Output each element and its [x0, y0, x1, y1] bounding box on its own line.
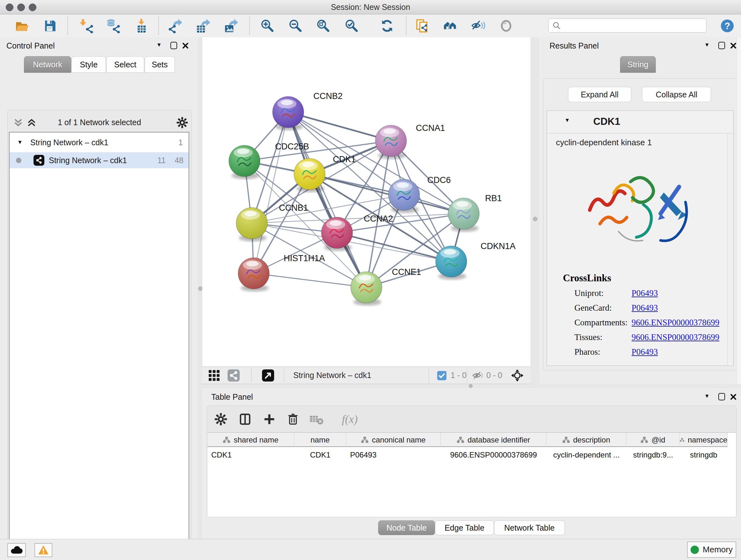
network-node-CDKN1A[interactable]	[435, 246, 467, 277]
network-edge[interactable]	[245, 141, 391, 161]
zoom-fit-button[interactable]	[315, 17, 332, 35]
network-node-CCNA2[interactable]	[321, 217, 353, 248]
fit-content-crosshair-icon[interactable]	[511, 369, 524, 383]
table-cell[interactable]: stringdb	[680, 448, 728, 462]
tab-style[interactable]: Style	[71, 56, 106, 73]
crosslink-row: Uniprot: P06493	[575, 288, 728, 298]
crosslink-link[interactable]: 9606.ENSP00000378699	[631, 318, 719, 327]
column-header-name[interactable]: name	[294, 433, 346, 447]
table-panel-close-icon[interactable]	[730, 393, 737, 401]
crosslink-link[interactable]: 9606.ENSP00000378699	[631, 332, 719, 342]
import-database-button[interactable]	[105, 17, 122, 35]
table-cell[interactable]: 9606.ENSP00000378699	[441, 448, 546, 462]
table-cell[interactable]: CDK1	[207, 448, 294, 462]
collection-expander-icon[interactable]: ▼	[17, 139, 23, 145]
results-panel-close-icon[interactable]	[730, 42, 737, 51]
column-header-database-identifier[interactable]: database identifier	[441, 433, 546, 447]
table-cell[interactable]: P06493	[346, 448, 441, 462]
new-network-from-selection-button[interactable]	[414, 17, 431, 35]
refresh-button[interactable]	[379, 17, 396, 35]
tab-node-table[interactable]: Node Table	[378, 520, 435, 535]
warnings-button[interactable]	[35, 543, 52, 557]
network-canvas[interactable]: CCNB2CCNA1CDC25BCDK1CDC6RB1CCNB1CCNA2CDK…	[202, 37, 530, 367]
network-edge[interactable]	[254, 112, 288, 273]
network-row[interactable]: String Network – cdk1 11 48	[10, 152, 189, 168]
search-input[interactable]	[561, 21, 706, 30]
control-panel-close-icon[interactable]	[182, 42, 189, 51]
network-collection-row[interactable]: ▼ String Network – cdk1 1	[10, 134, 189, 150]
hide-selected-button[interactable]	[470, 17, 487, 35]
import-table-button[interactable]	[134, 17, 151, 35]
network-edge[interactable]	[254, 273, 366, 287]
control-panel-float-button[interactable]	[171, 42, 177, 51]
tab-network[interactable]: Network	[24, 56, 71, 73]
collapse-all-button[interactable]: Collapse All	[642, 87, 711, 102]
selected-checkbox-icon[interactable]	[437, 371, 447, 382]
tab-edge-table[interactable]: Edge Table	[435, 520, 494, 535]
import-network-button[interactable]	[78, 17, 95, 35]
zoom-selected-button[interactable]	[343, 17, 360, 35]
memory-button[interactable]: Memory	[687, 542, 736, 558]
network-node-CCNB1[interactable]	[236, 207, 267, 239]
network-node-RB1[interactable]	[448, 198, 479, 229]
open-session-button[interactable]	[13, 17, 30, 35]
results-panel-collapse-button[interactable]: ▼	[704, 42, 710, 48]
crosslink-link[interactable]: P06493	[631, 303, 658, 313]
column-header--id[interactable]: @id	[626, 433, 680, 447]
network-options-gear-icon[interactable]	[176, 117, 188, 130]
first-neighbors-button[interactable]	[442, 17, 459, 35]
crosslink-link[interactable]: P06493	[631, 288, 658, 298]
expand-all-button[interactable]: Expand All	[568, 87, 631, 102]
column-header-shared-name[interactable]: shared name	[207, 433, 294, 447]
splitter-handle[interactable]	[469, 384, 473, 388]
table-panel-collapse-button[interactable]: ▼	[704, 393, 710, 399]
column-header-namespace[interactable]: namespace	[680, 433, 728, 447]
column-header-canonical-name[interactable]: canonical name	[346, 433, 441, 447]
export-image-button[interactable]	[222, 17, 240, 35]
network-node-CCNE1[interactable]	[351, 272, 382, 303]
grid-view-icon[interactable]	[208, 369, 220, 383]
network-node-CCNB2[interactable]	[273, 97, 304, 128]
export-network-button[interactable]	[166, 17, 184, 35]
tab-sets[interactable]: Sets	[145, 56, 175, 73]
results-scrollbar[interactable]	[727, 134, 733, 365]
column-namespace-icon	[562, 436, 570, 443]
table-options-gear-icon[interactable]	[213, 411, 229, 427]
add-column-icon[interactable]	[261, 411, 277, 427]
delete-column-icon[interactable]	[285, 411, 301, 427]
tab-string[interactable]: String	[620, 56, 656, 73]
tab-network-table[interactable]: Network Table	[494, 520, 565, 535]
splitter-handle[interactable]	[533, 217, 537, 221]
gene-expander-icon[interactable]: ▼	[564, 117, 570, 124]
network-node-CDC6[interactable]	[388, 179, 420, 210]
table-cell[interactable]: cyclin-dependent ...	[546, 448, 626, 462]
help-button[interactable]: ?	[719, 17, 736, 35]
hidden-eye-icon[interactable]	[472, 370, 484, 382]
network-share-icon[interactable]	[227, 369, 240, 383]
export-table-button[interactable]	[195, 17, 212, 35]
show-columns-icon[interactable]	[237, 411, 253, 427]
network-node-HIST1H1A[interactable]	[238, 258, 269, 289]
table-cell[interactable]: stringdb:9...	[626, 448, 680, 462]
tab-select[interactable]: Select	[106, 56, 144, 73]
function-builder-icon[interactable]: f(x)	[332, 411, 367, 427]
zoom-out-button[interactable]	[287, 17, 304, 35]
splitter-canvas-results[interactable]	[530, 37, 539, 384]
column-header-description[interactable]: description	[546, 433, 626, 447]
zoom-in-button[interactable]	[259, 17, 276, 35]
cloud-button[interactable]	[7, 543, 26, 557]
table-cell[interactable]: CDK1	[294, 448, 346, 462]
save-session-button[interactable]	[42, 17, 59, 35]
network-node-CDC25B[interactable]	[229, 145, 260, 177]
splitter-handle[interactable]	[198, 287, 203, 291]
show-all-button[interactable]	[497, 17, 515, 35]
birds-eye-view-icon[interactable]	[262, 369, 274, 383]
delete-table-icon[interactable]	[309, 411, 325, 427]
network-node-CCNA1[interactable]	[375, 125, 407, 157]
crosslink-link[interactable]: P06493	[631, 347, 658, 357]
control-panel-collapse-button[interactable]: ▼	[156, 42, 162, 48]
table-panel-float-button[interactable]	[718, 393, 725, 401]
results-panel-float-button[interactable]	[718, 42, 725, 51]
gene-section-header[interactable]: ▼ CDK1	[547, 111, 733, 133]
network-node-CDK1[interactable]	[294, 159, 325, 190]
